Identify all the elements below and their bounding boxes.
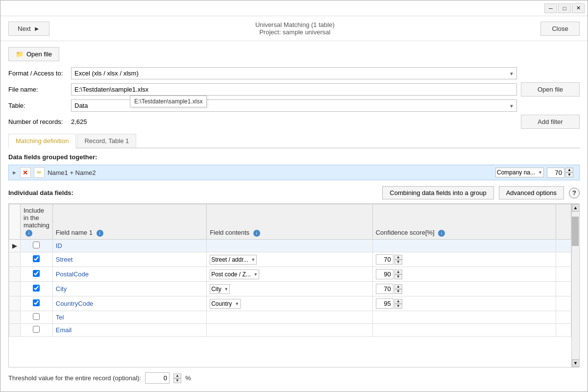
toolbar: Next ► Universal Matching (1 table) Proj… bbox=[0, 16, 588, 41]
include-checkbox-cell[interactable] bbox=[21, 296, 53, 311]
table-row: PostalCodePost code / Z...▲▼ bbox=[9, 267, 571, 282]
grouped-expand-icon[interactable]: ► bbox=[12, 170, 17, 175]
threshold-input[interactable] bbox=[145, 372, 170, 384]
score-cell: ▲▼ bbox=[372, 296, 556, 311]
field-contents-info-icon[interactable]: i bbox=[253, 230, 260, 237]
grouped-edit-button[interactable]: ✏ bbox=[34, 167, 45, 178]
include-checkbox-cell[interactable] bbox=[21, 324, 53, 337]
open-file-button[interactable]: 📁 Open file bbox=[8, 47, 59, 61]
row-indicator-cell: ▶ bbox=[9, 240, 21, 252]
extra-cell bbox=[556, 282, 571, 296]
grouped-delete-button[interactable]: ✕ bbox=[20, 167, 31, 178]
field-contents-select[interactable]: Country bbox=[210, 299, 241, 309]
table-scroll-area[interactable]: Include in the matching i Field name 1 i… bbox=[9, 204, 571, 367]
extra-cell bbox=[556, 267, 571, 282]
grouped-score-up[interactable]: ▲ bbox=[565, 168, 573, 172]
grouped-score-input[interactable] bbox=[547, 168, 564, 178]
score-spinner[interactable]: ▲▼ bbox=[394, 299, 402, 309]
score-up[interactable]: ▲ bbox=[394, 255, 402, 260]
include-checkbox-cell[interactable] bbox=[21, 311, 53, 324]
include-checkbox-cell[interactable] bbox=[21, 267, 53, 282]
threshold-label: Threshold value for the entire record (o… bbox=[8, 374, 141, 382]
field-contents-cell[interactable] bbox=[207, 240, 373, 252]
minimize-button[interactable]: ─ bbox=[544, 3, 557, 13]
score-spinner[interactable]: ▲▼ bbox=[394, 284, 402, 294]
field-contents-cell[interactable] bbox=[207, 324, 373, 337]
scrollbar-up-button[interactable]: ▲ bbox=[572, 204, 580, 212]
field-name-cell: Tel bbox=[52, 311, 206, 324]
field-contents-header: Field contents i bbox=[207, 204, 373, 240]
next-button[interactable]: Next ► bbox=[8, 22, 49, 36]
include-checkbox[interactable] bbox=[33, 313, 40, 320]
table-scrollbar[interactable]: ▲ ▼ bbox=[571, 204, 579, 367]
field-name-cell: CountryCode bbox=[52, 296, 206, 311]
include-info-icon[interactable]: i bbox=[25, 230, 32, 237]
include-checkbox[interactable] bbox=[33, 270, 40, 277]
help-button[interactable]: ? bbox=[569, 188, 580, 198]
include-checkbox[interactable] bbox=[33, 242, 40, 248]
tab-matching-definition[interactable]: Matching definition bbox=[8, 134, 76, 148]
field-contents-select[interactable]: Street / addr... bbox=[210, 255, 257, 265]
advanced-button[interactable]: Advanced options bbox=[499, 186, 564, 199]
include-checkbox[interactable] bbox=[33, 299, 40, 306]
score-spinner[interactable]: ▲▼ bbox=[394, 255, 402, 265]
field-contents-select[interactable]: Post code / Z... bbox=[210, 270, 259, 279]
tab-record-table1[interactable]: Record, Table 1 bbox=[77, 134, 136, 147]
scrollbar-down-button[interactable]: ▼ bbox=[572, 359, 580, 367]
score-up[interactable]: ▲ bbox=[394, 299, 402, 304]
format-label: Format / Access to: bbox=[8, 70, 67, 77]
include-header: Include in the matching i bbox=[21, 204, 53, 240]
grouped-score-down[interactable]: ▼ bbox=[565, 172, 573, 177]
extra-cell bbox=[556, 311, 571, 324]
open-file-inline-button[interactable]: Open file bbox=[521, 82, 580, 97]
include-checkbox[interactable] bbox=[33, 255, 40, 262]
maximize-button[interactable]: □ bbox=[558, 3, 571, 13]
field-contents-cell[interactable]: Street / addr... bbox=[207, 252, 373, 267]
score-down[interactable]: ▼ bbox=[394, 289, 402, 294]
grouped-row: ► ✕ ✏ Name1 + Name2 Company na... bbox=[8, 165, 580, 180]
threshold-down[interactable]: ▼ bbox=[173, 378, 181, 383]
field-contents-cell[interactable]: Post code / Z... bbox=[207, 267, 373, 282]
score-spinner[interactable]: ▲▼ bbox=[394, 270, 402, 279]
field-contents-cell[interactable]: Country bbox=[207, 296, 373, 311]
score-down[interactable]: ▼ bbox=[394, 304, 402, 309]
score-input[interactable] bbox=[376, 254, 393, 265]
combine-button[interactable]: Combining data fields into a group bbox=[382, 186, 493, 199]
tabs-area: Matching definition Record, Table 1 bbox=[8, 134, 580, 148]
score-down[interactable]: ▼ bbox=[394, 274, 402, 279]
table-header-row: Include in the matching i Field name 1 i… bbox=[9, 204, 571, 240]
threshold-up[interactable]: ▲ bbox=[173, 373, 181, 378]
score-up[interactable]: ▲ bbox=[394, 284, 402, 289]
row-indicator-cell bbox=[9, 252, 21, 267]
grouped-type-select[interactable]: Company na... bbox=[495, 168, 544, 177]
field-contents-select[interactable]: City bbox=[210, 284, 230, 294]
include-checkbox-cell[interactable] bbox=[21, 252, 53, 267]
score-up[interactable]: ▲ bbox=[394, 270, 402, 274]
close-button[interactable]: Close bbox=[540, 22, 580, 36]
field-contents-cell[interactable]: City bbox=[207, 282, 373, 296]
score-input[interactable] bbox=[376, 284, 393, 294]
add-filter-button[interactable]: Add filter bbox=[521, 115, 580, 129]
filename-input[interactable] bbox=[71, 83, 517, 96]
grouped-score-spinner[interactable]: ▲ ▼ bbox=[565, 168, 573, 177]
score-input[interactable] bbox=[376, 298, 393, 309]
include-checkbox[interactable] bbox=[33, 285, 40, 292]
include-checkbox-cell[interactable] bbox=[21, 282, 53, 296]
scrollbar-thumb[interactable] bbox=[572, 217, 579, 246]
field-name-info-icon[interactable]: i bbox=[97, 230, 103, 237]
title-line2: Project: sample universal bbox=[255, 28, 335, 36]
score-down[interactable]: ▼ bbox=[394, 260, 402, 265]
threshold-spinner[interactable]: ▲ ▼ bbox=[173, 373, 181, 383]
score-input[interactable] bbox=[376, 269, 393, 279]
close-window-button[interactable]: ✕ bbox=[572, 3, 585, 13]
confidence-info-icon[interactable]: i bbox=[438, 230, 445, 237]
table-label: Table: bbox=[8, 102, 67, 109]
field-contents-select-wrap: City bbox=[210, 284, 230, 294]
grouped-name: Name1 + Name2 bbox=[48, 169, 492, 176]
field-contents-cell[interactable] bbox=[207, 311, 373, 324]
include-checkbox[interactable] bbox=[33, 326, 40, 333]
score-cell: ▲▼ bbox=[372, 252, 556, 267]
format-select[interactable]: Excel (xls / xlsx / xlsm) bbox=[71, 67, 517, 79]
field-name-header: Field name 1 i bbox=[52, 204, 206, 240]
include-checkbox-cell[interactable] bbox=[21, 240, 53, 252]
